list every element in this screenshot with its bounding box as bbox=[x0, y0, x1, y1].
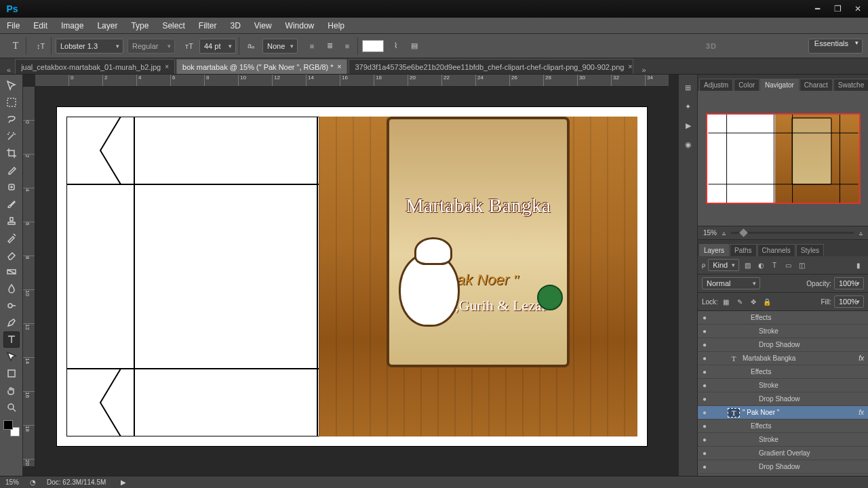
lock-paint-icon[interactable]: ✎ bbox=[734, 296, 745, 307]
filter-shape-icon[interactable]: ▭ bbox=[783, 260, 793, 270]
lasso-tool[interactable] bbox=[3, 111, 20, 127]
mode-3d-icon[interactable]: 3D bbox=[704, 39, 719, 54]
tab-scroll-left[interactable]: « bbox=[3, 66, 15, 74]
panel-tab-paths[interactable]: Paths bbox=[730, 244, 757, 256]
history-brush-tool[interactable] bbox=[3, 230, 20, 246]
visibility-icon[interactable]: ● bbox=[698, 409, 711, 416]
visibility-icon[interactable]: ● bbox=[698, 463, 711, 470]
menu-select[interactable]: Select bbox=[155, 21, 191, 30]
layer-row[interactable]: ●Drop Shadow bbox=[698, 338, 868, 352]
menu-type[interactable]: Type bbox=[124, 21, 155, 30]
visibility-icon[interactable]: ● bbox=[698, 395, 711, 403]
gradient-tool[interactable] bbox=[3, 264, 20, 280]
status-profile-icon[interactable]: ◔ bbox=[30, 479, 36, 486]
panel-tab-character[interactable]: Charact bbox=[800, 79, 833, 91]
layer-row[interactable]: ●T" Pak Noer "fx bbox=[698, 406, 868, 420]
text-color-swatch[interactable] bbox=[362, 40, 384, 52]
fx-badge[interactable]: fx bbox=[859, 354, 864, 362]
lock-trans-icon[interactable]: ▦ bbox=[721, 296, 732, 307]
visibility-icon[interactable]: ● bbox=[698, 436, 711, 443]
zoom-in-icon[interactable]: ▵ bbox=[859, 229, 863, 237]
layer-row[interactable]: ●Stroke bbox=[698, 379, 868, 392]
type-tool[interactable] bbox=[3, 331, 20, 348]
filter-adjust-icon[interactable]: ◐ bbox=[755, 260, 766, 270]
lock-all-icon[interactable]: 🔒 bbox=[762, 296, 772, 307]
ruler-vertical[interactable]: 0246810121416182022 bbox=[23, 87, 35, 466]
opacity-input[interactable]: 100% bbox=[834, 277, 864, 289]
window-close[interactable]: ✕ bbox=[848, 0, 868, 18]
panel-tab-swatches[interactable]: Swatche bbox=[833, 79, 868, 91]
visibility-icon[interactable]: ● bbox=[698, 327, 711, 335]
menu-3d[interactable]: 3D bbox=[223, 21, 247, 30]
status-zoom[interactable]: 15% bbox=[5, 479, 19, 486]
healing-tool[interactable] bbox=[3, 179, 20, 195]
document-tab[interactable]: jual_cetakbox-martabak_01-murah_b2.jpg× bbox=[15, 59, 175, 74]
menu-filter[interactable]: Filter bbox=[192, 21, 224, 30]
font-size-dropdown[interactable]: 44 pt bbox=[199, 39, 236, 54]
align-center-icon[interactable]: ≣ bbox=[322, 39, 337, 54]
visibility-icon[interactable]: ● bbox=[698, 382, 711, 389]
character-panel-icon[interactable]: ▤ bbox=[407, 39, 422, 54]
menu-layer[interactable]: Layer bbox=[90, 21, 124, 30]
panel-icon[interactable]: ▶ bbox=[682, 119, 694, 131]
antialias-dropdown[interactable]: None bbox=[262, 39, 298, 54]
menu-help[interactable]: Help bbox=[321, 21, 351, 30]
close-icon[interactable]: × bbox=[628, 63, 632, 70]
color-swatches[interactable] bbox=[3, 420, 20, 436]
visibility-icon[interactable]: ● bbox=[698, 354, 711, 362]
panel-icon[interactable]: ⊞ bbox=[682, 81, 694, 94]
blur-tool[interactable] bbox=[3, 281, 20, 297]
panel-tab-channels[interactable]: Channels bbox=[757, 244, 795, 256]
wand-tool[interactable] bbox=[3, 128, 20, 144]
filter-type-icon[interactable]: T bbox=[769, 260, 780, 270]
layer-row[interactable]: ●Effects bbox=[698, 420, 868, 433]
layers-list[interactable]: ●Effects●Stroke●Drop Shadow●TMartabak Ba… bbox=[698, 311, 868, 476]
panel-icon[interactable]: ◉ bbox=[682, 138, 694, 150]
brush-tool[interactable] bbox=[3, 196, 20, 212]
stamp-tool[interactable] bbox=[3, 213, 20, 229]
font-family-dropdown[interactable]: Lobster 1.3 bbox=[56, 39, 123, 54]
panel-tab-color[interactable]: Color bbox=[734, 79, 760, 91]
dodge-tool[interactable] bbox=[3, 298, 20, 314]
path-tool[interactable] bbox=[3, 348, 20, 365]
ruler-horizontal[interactable]: 0246810121416182022242628303234363840 bbox=[35, 75, 669, 87]
eraser-tool[interactable] bbox=[3, 247, 20, 263]
layer-filter-dropdown[interactable]: Kind bbox=[708, 259, 739, 271]
layer-row[interactable]: ●Gradient Overlay bbox=[698, 447, 868, 460]
status-doc[interactable]: Doc: 62.3M/114.5M bbox=[47, 479, 106, 486]
window-maximize[interactable]: ❐ bbox=[827, 0, 848, 18]
window-minimize[interactable]: ━ bbox=[807, 0, 827, 18]
visibility-icon[interactable]: ● bbox=[698, 368, 711, 375]
visibility-icon[interactable]: ● bbox=[698, 341, 711, 348]
shape-tool[interactable] bbox=[3, 365, 20, 382]
align-right-icon[interactable]: ≡ bbox=[340, 39, 355, 54]
pen-tool[interactable] bbox=[3, 314, 20, 331]
zoom-slider[interactable] bbox=[731, 232, 854, 234]
move-tool[interactable] bbox=[3, 77, 20, 94]
crop-tool[interactable] bbox=[3, 145, 20, 161]
tab-scroll-right[interactable]: » bbox=[637, 66, 650, 74]
orientation-icon[interactable]: ↕T bbox=[33, 39, 48, 54]
close-icon[interactable]: × bbox=[165, 63, 169, 70]
layer-row[interactable]: ●Effects bbox=[698, 311, 868, 325]
menu-window[interactable]: Window bbox=[279, 21, 321, 30]
eyedropper-tool[interactable] bbox=[3, 162, 20, 178]
layer-row[interactable]: ●Drop Shadow bbox=[698, 460, 868, 474]
layer-row[interactable]: ●Drop Shadow bbox=[698, 392, 868, 406]
panel-tab-navigator[interactable]: Navigator bbox=[760, 79, 799, 91]
marquee-tool[interactable] bbox=[3, 94, 20, 110]
fx-badge[interactable]: fx bbox=[859, 409, 864, 416]
navigator-thumbnail[interactable] bbox=[706, 113, 861, 204]
menu-view[interactable]: View bbox=[248, 21, 279, 30]
warp-text-icon[interactable]: ⌇ bbox=[388, 39, 403, 54]
layer-row[interactable]: ●TMartabak Bangkafx bbox=[698, 352, 868, 365]
tool-preset-icon[interactable]: T bbox=[8, 39, 23, 54]
font-weight-dropdown[interactable]: Regular bbox=[127, 39, 175, 54]
panel-tab-adjustments[interactable]: Adjustm bbox=[699, 79, 733, 91]
document-tab[interactable]: 379d3f1a45735e6be21b20d9ee11bfdb_chef-cl… bbox=[349, 59, 633, 74]
visibility-icon[interactable]: ● bbox=[698, 449, 711, 457]
menu-file[interactable]: File bbox=[0, 21, 26, 30]
viewport[interactable]: Martabak Bangka Pak Noer Nikmat,Gurih & … bbox=[35, 87, 669, 466]
visibility-icon[interactable]: ● bbox=[698, 422, 711, 430]
zoom-tool[interactable] bbox=[3, 399, 20, 415]
